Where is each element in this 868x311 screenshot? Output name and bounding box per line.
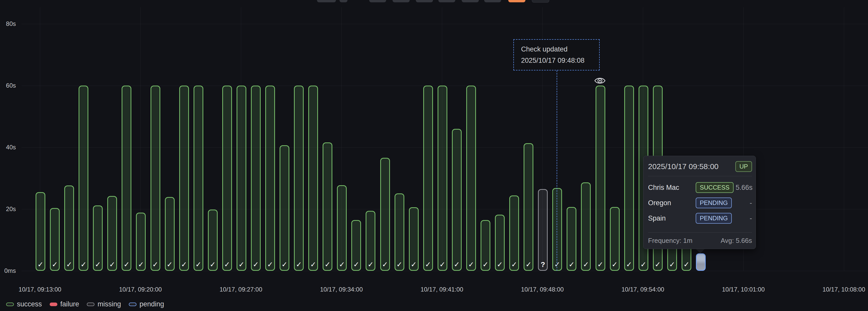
toolbar-button-6[interactable]: [438, 0, 455, 2]
check-bar-09-44[interactable]: ✓: [480, 220, 490, 271]
y-axis-tick-label: 0ms: [0, 267, 16, 274]
checkmark-icon: ✓: [223, 260, 231, 269]
x-axis-tick-label: 10/17, 09:13:00: [7, 286, 73, 293]
check-bar-09-24[interactable]: ✓: [193, 86, 203, 271]
check-bar-09-50[interactable]: ✓: [567, 207, 576, 271]
check-bar-09-53[interactable]: ✓: [610, 207, 620, 271]
check-bar-09-26[interactable]: ✓: [222, 86, 232, 271]
check-bar-09-34[interactable]: ✓: [337, 185, 347, 271]
check-bar-09-17[interactable]: ✓: [93, 205, 103, 271]
checkmark-icon: ✓: [611, 260, 619, 269]
checkmark-icon: ✓: [209, 260, 217, 269]
check-bar-09-40[interactable]: ✓: [423, 86, 433, 271]
checkmark-icon: ✓: [266, 260, 274, 269]
check-bar-09-51[interactable]: ✓: [581, 182, 591, 271]
checkmark-icon: ✓: [295, 260, 303, 269]
x-axis-tick-label: 10/17, 09:20:00: [107, 286, 174, 293]
check-bar-09-35[interactable]: ✓: [351, 220, 361, 271]
check-bar-09-43[interactable]: ✓: [466, 86, 476, 271]
check-bar-09-21[interactable]: ✓: [151, 86, 160, 271]
toolbar-button-4[interactable]: [393, 0, 410, 2]
check-bar-09-13[interactable]: ✓: [36, 192, 45, 271]
check-bar-09-15[interactable]: ✓: [64, 186, 74, 271]
check-bar-09-48[interactable]: ?: [538, 189, 548, 271]
legend-item-failure[interactable]: failure: [50, 300, 80, 308]
chart-legend: successfailuremissingpending: [6, 300, 164, 308]
check-bar-09-25[interactable]: ✓: [208, 209, 218, 271]
check-bar-09-27[interactable]: ✓: [237, 86, 246, 271]
pending-badge: PENDING: [696, 213, 732, 224]
checkmark-icon: ✓: [252, 260, 260, 269]
check-bar-09-28[interactable]: ✓: [251, 86, 261, 271]
checkmark-icon: ✓: [596, 260, 604, 269]
check-bar-09-49[interactable]: ✓: [552, 188, 562, 271]
legend-label: success: [17, 300, 42, 308]
checkmark-icon: ✓: [496, 260, 504, 269]
check-bar-09-22[interactable]: ✓: [165, 197, 175, 271]
check-bar-09-20[interactable]: ✓: [136, 213, 146, 271]
checkmark-icon: ✓: [108, 260, 116, 269]
check-bar-09-54[interactable]: ✓: [624, 86, 634, 271]
check-bar-09-14[interactable]: ✓: [50, 208, 60, 271]
legend-item-pending[interactable]: pending: [129, 300, 164, 308]
checkmark-icon: ✓: [424, 260, 432, 269]
checkmark-icon: ✓: [639, 260, 648, 269]
check-bar-09-32[interactable]: ✓: [308, 86, 318, 271]
tooltip-caret: [695, 249, 705, 253]
toolbar-button-5[interactable]: [416, 0, 433, 2]
checkmark-icon: ✓: [567, 260, 576, 269]
annotation-box[interactable]: Check updated 2025/10/17 09:48:08: [514, 39, 600, 70]
toolbar-button-1[interactable]: [317, 0, 336, 2]
check-bar-09-23[interactable]: ✓: [179, 86, 189, 271]
checkmark-icon: ✓: [323, 260, 332, 269]
toolbar-button-2[interactable]: [340, 0, 347, 2]
check-bar-09-19[interactable]: ✓: [122, 86, 131, 271]
tooltip-row-oregon: Oregon PENDING -: [648, 195, 752, 210]
probe-duration: -: [736, 199, 752, 207]
check-bar-09-38[interactable]: ✓: [395, 193, 404, 271]
check-bar-09-29[interactable]: ✓: [265, 86, 275, 271]
check-bar-09-42[interactable]: ✓: [452, 129, 462, 271]
check-bar-09-36[interactable]: ✓: [366, 211, 375, 271]
y-axis-tick-label: 80s: [0, 20, 16, 27]
tooltip-row-spain: Spain PENDING -: [648, 210, 752, 226]
legend-item-success[interactable]: success: [6, 300, 42, 308]
annotation-title: Check updated: [521, 44, 597, 55]
eye-icon[interactable]: [594, 76, 606, 86]
checkmark-icon: ✓: [36, 260, 44, 269]
probe-name: Chris Mac: [648, 184, 696, 192]
probe-name: Oregon: [648, 199, 696, 207]
checkmark-icon: ✓: [194, 260, 203, 269]
check-bar-09-31[interactable]: ✓: [294, 86, 304, 271]
check-bar-09-39[interactable]: ✓: [409, 207, 418, 271]
question-mark-icon: ?: [539, 260, 547, 269]
check-bar-09-37[interactable]: ✓: [380, 158, 390, 271]
toolbar-button-3[interactable]: [369, 0, 386, 2]
legend-label: pending: [140, 300, 164, 308]
legend-label: failure: [60, 300, 80, 308]
checkmark-icon: ✓: [654, 260, 662, 269]
toolbar-button-7[interactable]: [462, 0, 479, 2]
check-bar-09-59[interactable]: [696, 253, 706, 271]
toolbar-button-10[interactable]: [532, 0, 549, 3]
check-bar-09-47[interactable]: ✓: [524, 143, 533, 271]
checkmark-icon: ✓: [137, 260, 145, 269]
check-bar-09-45[interactable]: ✓: [495, 215, 505, 271]
check-bar-09-52[interactable]: ✓: [595, 86, 605, 271]
legend-item-missing[interactable]: missing: [87, 300, 121, 308]
toolbar-button-9[interactable]: [508, 0, 525, 2]
check-bar-09-33[interactable]: ✓: [322, 142, 332, 271]
check-bar-09-46[interactable]: ✓: [509, 195, 519, 271]
x-axis-tick-label: 10/17, 09:54:00: [610, 286, 676, 293]
horizontal-gridline: [22, 271, 868, 271]
check-bar-09-16[interactable]: ✓: [79, 86, 88, 271]
probe-duration: -: [736, 215, 752, 222]
y-axis-tick-label: 20s: [0, 205, 16, 213]
check-bar-09-30[interactable]: ✓: [280, 145, 289, 271]
toolbar-button-8[interactable]: [484, 0, 501, 2]
check-bar-09-41[interactable]: ✓: [438, 86, 447, 271]
checkmark-icon: ✓: [625, 260, 633, 269]
check-bar-09-18[interactable]: ✓: [107, 196, 117, 271]
checkmark-icon: ✓: [51, 260, 59, 269]
legend-swatch-missing: [87, 303, 94, 306]
